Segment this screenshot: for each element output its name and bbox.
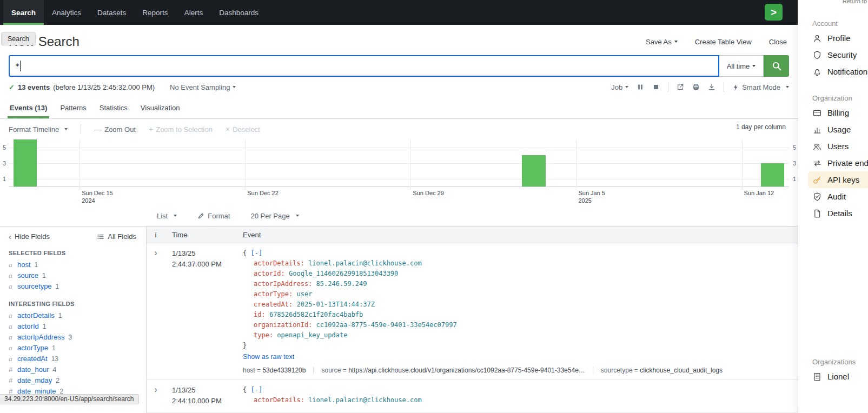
zoom-to-selection-button[interactable]: +Zoom to Selection	[149, 125, 213, 134]
deselect-button[interactable]: ×Deselect	[226, 125, 260, 134]
card-icon	[812, 108, 822, 118]
x-axis-label: Sun Dec 152024	[82, 189, 112, 204]
event-field-source[interactable]: source = https://api.clickhouse.cloud/v1…	[313, 367, 592, 374]
field-item-host[interactable]: ahost1	[9, 261, 136, 271]
event-content: { [-]actorDetails: lionel.palacin@clickh…	[236, 248, 798, 374]
shield-check-icon	[812, 192, 822, 202]
stop-icon	[652, 83, 660, 91]
event-time[interactable]: 1/13/252:44:37.000 PM	[165, 248, 236, 374]
y-axis-label: 1	[3, 176, 6, 182]
sidebar-item-notifications[interactable]: Notifications	[812, 63, 868, 80]
nav-item-dashboards[interactable]: Dashboards	[211, 0, 267, 25]
sidebar-item-api-keys[interactable]: API keys	[808, 171, 868, 188]
sidebar-item-private-endpoints[interactable]: Private endpoints	[812, 155, 868, 171]
nav-item-datasets[interactable]: Datasets	[89, 0, 134, 25]
bolt-icon	[732, 84, 739, 91]
tab-patterns[interactable]: Patterns	[54, 97, 92, 118]
deselect-label: Deselect	[233, 125, 260, 134]
time-range-picker[interactable]: All time	[719, 55, 764, 77]
field-name: date_hour	[17, 365, 49, 374]
collapse-json-link[interactable]: [-]	[250, 249, 262, 257]
page-header: New Search Save As Create Table View Clo…	[0, 25, 798, 55]
field-item-source[interactable]: asource1	[9, 271, 136, 282]
field-name: actorIpAddress	[17, 333, 64, 341]
users-icon	[812, 142, 822, 151]
pause-button[interactable]	[637, 83, 644, 91]
logo-glyph: >	[771, 6, 777, 18]
sidebar-item-usage[interactable]: Usage	[812, 121, 868, 138]
search-button[interactable]	[764, 55, 789, 77]
nav-item-analytics[interactable]: Analytics	[44, 0, 89, 25]
event-sampling-dropdown[interactable]: No Event Sampling	[170, 83, 236, 91]
sidebar-item-security[interactable]: Security	[812, 46, 868, 63]
collapse-json-link[interactable]: [-]	[250, 386, 262, 394]
sidebar-item-details[interactable]: Details	[812, 205, 868, 222]
x-axis-label: Sun Dec 29	[413, 189, 443, 197]
event-field-sourcetype[interactable]: sourcetype = clickhouse_cloud_audit_logs	[593, 367, 730, 374]
tab-visualization[interactable]: Visualization	[134, 97, 187, 118]
job-menu[interactable]: Job	[611, 83, 628, 91]
stop-button[interactable]	[652, 83, 660, 91]
tab-statistics[interactable]: Statistics	[93, 97, 134, 118]
tab-events-13[interactable]: Events (13)	[3, 97, 54, 118]
timeline-bar[interactable]	[761, 163, 785, 187]
field-item-date-mday[interactable]: #date_mday2	[9, 376, 136, 387]
results-area: ‹Hide Fields All Fields SELECTED FIELDSa…	[0, 226, 798, 413]
print-button[interactable]	[692, 83, 700, 91]
chevron-left-icon: ‹	[9, 232, 11, 241]
field-name: actorId	[17, 322, 39, 330]
event-row-1: ›1/13/252:44:37.000 PM{ [-]actorDetails:…	[147, 243, 798, 380]
sidebar-item-lionel[interactable]: Lionel	[812, 368, 868, 385]
show-raw-text-link[interactable]: Show as raw text	[243, 353, 294, 361]
nav-item-alerts[interactable]: Alerts	[176, 0, 211, 25]
sidebar-item-profile[interactable]: Profile	[812, 30, 868, 46]
field-item-actoripaddress[interactable]: aactorIpAddress3	[9, 333, 136, 344]
sidebar-item-users[interactable]: Users	[812, 138, 868, 155]
splunk-logo[interactable]: >	[765, 4, 783, 21]
arrows-icon	[812, 158, 822, 168]
search-input[interactable]: *	[9, 55, 719, 77]
event-field-host[interactable]: host = 53de4339120b	[243, 367, 313, 374]
return-link[interactable]: Return to	[843, 0, 867, 4]
browser-status-bar: 34.29.223.20:8000/en-US/app/search/searc…	[0, 394, 139, 404]
sidebar-item-label: Audit	[827, 192, 846, 201]
format-timeline-dropdown[interactable]: Format Timeline	[9, 125, 68, 134]
all-fields-button[interactable]: All Fields	[97, 232, 136, 241]
timeline-bar[interactable]	[14, 139, 37, 186]
search-mode-selector[interactable]: Smart Mode	[732, 83, 789, 91]
field-count: 3	[68, 334, 72, 341]
fields-section-header: SELECTED FIELDS	[9, 250, 136, 256]
hide-fields-button[interactable]: ‹Hide Fields	[9, 232, 50, 241]
sidebar-item-audit[interactable]: Audit	[812, 188, 868, 205]
field-item-sourcetype[interactable]: asourcetype1	[9, 282, 136, 293]
per-page-dropdown[interactable]: 20 Per Page	[250, 212, 299, 220]
json-field: id: 678526d582c1f20fac4babfb	[243, 310, 798, 320]
create-table-view-button[interactable]: Create Table View	[695, 38, 752, 46]
timeline-bar[interactable]	[522, 155, 546, 186]
expand-event-chevron-icon[interactable]: ›	[154, 385, 157, 395]
event-time[interactable]: 1/13/252:44:10.000 PM	[165, 385, 236, 407]
zoom-out-button[interactable]: —Zoom Out	[94, 125, 136, 134]
format-results-button[interactable]: Format	[197, 212, 230, 220]
close-button[interactable]: Close	[769, 38, 787, 46]
field-item-actortype[interactable]: aactorType1	[9, 344, 136, 355]
field-item-actordetails[interactable]: aactorDetails1	[9, 311, 136, 322]
nav-item-reports[interactable]: Reports	[134, 0, 176, 25]
x-axis-label: Sun Dec 22	[247, 189, 278, 197]
sidebar-item-label: API keys	[827, 175, 859, 184]
sidebar-item-billing[interactable]: Billing	[812, 104, 868, 121]
field-name: date_mday	[17, 376, 52, 384]
field-item-date-hour[interactable]: #date_hour4	[9, 365, 136, 376]
list-view-dropdown[interactable]: List	[157, 212, 177, 220]
field-item-createdat[interactable]: acreatedAt13	[9, 355, 136, 365]
event-row-2: ›1/13/252:44:10.000 PM{ [-]actorDetails:…	[147, 380, 798, 412]
field-count: 1	[58, 312, 62, 319]
field-item-actorid[interactable]: aactorId1	[9, 322, 136, 333]
share-button[interactable]	[677, 83, 684, 91]
result-tabs: Events (13)PatternsStatisticsVisualizati…	[0, 97, 798, 119]
nav-item-search[interactable]: Search	[3, 0, 44, 25]
export-button[interactable]	[708, 83, 715, 91]
timeline-plot[interactable]	[9, 139, 789, 187]
expand-event-chevron-icon[interactable]: ›	[154, 248, 157, 258]
save-as-button[interactable]: Save As	[646, 38, 678, 46]
